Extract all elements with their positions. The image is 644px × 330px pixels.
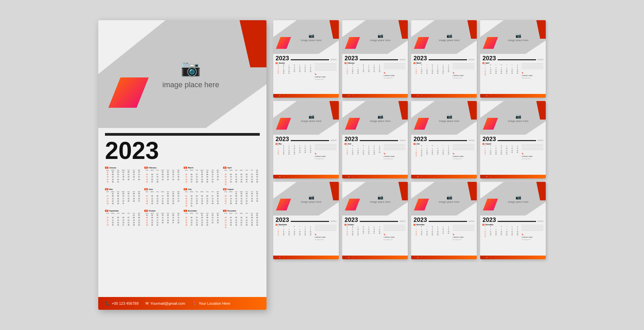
cover-year: 2023 xyxy=(105,138,260,163)
thumb-june: 📷image place here 2023 NOTES 06 June SMT… xyxy=(342,101,408,178)
cover-month-oct: 10 October SUNMONTUEWEDTHUFRISAT 0102030… xyxy=(144,210,181,229)
cover-month-feb: 02 February SUNMONTUEWEDTHUFRISAT 000000… xyxy=(144,167,181,186)
cover-month-jun: 06 June SUNMONTUEWEDTHUFRISAT 0000000001… xyxy=(144,188,181,207)
cover-orange-shape xyxy=(108,77,149,108)
cover-footer-email: ✉ Yourmail@gmail.com xyxy=(145,301,185,306)
cover-image-placeholder: 📷 image place here xyxy=(163,59,219,89)
thumb-white-tl xyxy=(273,20,297,37)
phone-icon: 📞 xyxy=(105,301,110,306)
email-icon: ✉ xyxy=(145,301,149,306)
thumb-footer-jan: 📞✉📍 xyxy=(273,94,339,98)
thumb-july: 📷image place here 2023 NOTES 07 July SMT… xyxy=(411,101,477,178)
cover-footer: 📞 +00 123 456789 ✉ Yourmail@gmail.com 📍 … xyxy=(98,297,266,310)
cover-month-mar: 03 March SUNMONTUEWEDTHUFRISAT 000000010… xyxy=(184,167,220,186)
cover-black-bar xyxy=(105,133,260,136)
thumb-september: 📷image place here 2023 NOTES 09 Septembe… xyxy=(273,182,339,259)
thumb-body-jan: 2023 NOTES 01 January SMTWTFS 1234567 89… xyxy=(273,54,339,94)
cover-footer-location: 📍 Your Location Here xyxy=(192,301,230,306)
cover-month-aug: 08 August SUNMONTUEWEDTHUFRISAT 00000102… xyxy=(223,188,260,207)
cover-month-nov: 11 November SUNMONTUEWEDTHUFRISAT 000000… xyxy=(184,210,220,229)
thumb-august: 📷image place here 2023 NOTES 08 August S… xyxy=(480,101,546,178)
camera-icon: 📷 xyxy=(163,59,219,78)
cover-months-grid: 01 January SUNMONTUEWEDTHUFRISAT 0102030… xyxy=(105,167,260,229)
cover-footer-phone: 📞 +00 123 456789 xyxy=(105,301,139,306)
thumb-october: 📷image place here 2023 NOTES 10 October … xyxy=(342,182,408,259)
thumb-april: 📷image place here 2023 NOTES 04 April SM… xyxy=(480,20,546,98)
thumb-may: 📷image place here 2023 NOTES 05 May SMTW… xyxy=(273,101,339,178)
thumb-red-right xyxy=(329,20,339,39)
thumb-january: 📷image place here 2023 NOTES 01 January … xyxy=(273,20,339,98)
cover-month-jan: 01 January SUNMONTUEWEDTHUFRISAT 0102030… xyxy=(105,167,142,186)
cover-year-section: 2023 01 January SUNMONTUEWEDTHUFRISAT 01… xyxy=(98,128,266,297)
thumb-image-feb: 📷image place here xyxy=(342,20,408,54)
cover-month-jul: 07 July SUNMONTUEWEDTHUFRISAT 0000000000… xyxy=(184,188,220,207)
cover-image-text: image place here xyxy=(163,80,219,89)
location-icon: 📍 xyxy=(192,301,197,306)
thumbnails-grid: 📷image place here 2023 NOTES 01 January … xyxy=(273,20,546,259)
thumb-orange xyxy=(276,37,291,49)
main-container: 📷 image place here 2023 01 January SUNMO… xyxy=(98,20,546,310)
cover-month-dec: 12 December SUNMONTUEWEDTHUFRISAT 000000… xyxy=(223,210,260,229)
cover-month-sep: 09 September SUNMONTUEWEDTHUFRISAT 00000… xyxy=(105,210,142,229)
cover-image-area: 📷 image place here xyxy=(98,20,266,128)
thumb-february: 📷image place here 2023 NOTES 02 February… xyxy=(342,20,408,98)
calendar-cover: 📷 image place here 2023 01 January SUNMO… xyxy=(98,20,266,310)
thumb-march: 📷image place here 2023 NOTES 03 March SM… xyxy=(411,20,477,98)
thumb-white-br xyxy=(319,40,339,54)
cover-white-triangle-br xyxy=(206,84,266,128)
thumb-december: 📷image place here 2023 NOTES 12 December… xyxy=(480,182,546,259)
thumb-november: 📷image place here 2023 NOTES 11 November… xyxy=(411,182,477,259)
cover-month-may: 05 May SUNMONTUEWEDTHUFRISAT 00010203040… xyxy=(105,188,142,207)
thumb-camera-jan: 📷image place here xyxy=(301,33,321,42)
cover-white-triangle-tl xyxy=(98,20,166,74)
cover-red-right xyxy=(240,20,266,67)
thumb-image-jan: 📷image place here xyxy=(273,20,339,54)
cover-month-apr: 04 April SUNMONTUEWEDTHUFRISAT 000000000… xyxy=(223,167,260,186)
